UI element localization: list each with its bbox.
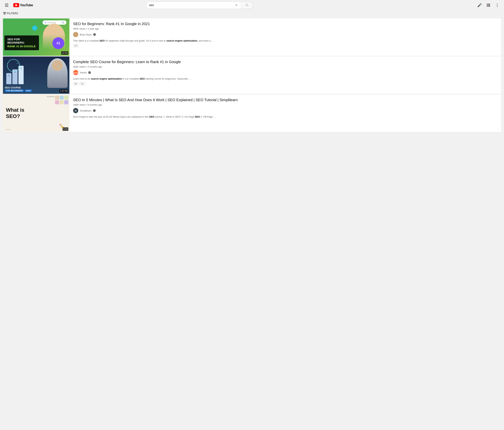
verified-icon-2: ✓: [88, 71, 91, 74]
channel-avatar-3[interactable]: H: [73, 108, 78, 113]
thumbnail-bg-1: G search bar 🔍 ← SEO FORBEGINNERS: RANK …: [3, 18, 69, 56]
cc-badge-1: CC: [73, 44, 79, 47]
youtube-logo-icon: [13, 3, 19, 7]
google-logo: G: [45, 21, 46, 24]
result-title-3[interactable]: SEO In 5 Minutes | What Is SEO And How D…: [73, 98, 497, 102]
logo[interactable]: YouTube: [13, 3, 33, 7]
thumbnail-2[interactable]: 3 2 1 → SEO COURSE FOR BEGINNERS tshirt: [3, 56, 69, 94]
channel-avatar-2[interactable]: ahrefs: [73, 70, 78, 75]
header: YouTube × 🎤 ⋮: [0, 0, 504, 10]
more-options-button[interactable]: ⋮: [494, 1, 501, 9]
avatar-img-3: H: [73, 108, 78, 113]
channel-name-1[interactable]: Brian Dean: [80, 33, 92, 36]
result-info-3: SEO In 5 Minutes | What Is SEO And How D…: [69, 95, 501, 132]
thumbnail-3[interactable]: simplilearn What isSEO? ✏️ ahrefs 5:14: [3, 95, 69, 132]
filters-bar: FILTERS: [0, 10, 504, 17]
microphone-icon: 🎤: [477, 3, 482, 7]
face: [52, 60, 63, 71]
result-meta-2: 282K views • 4 months ago: [73, 65, 497, 68]
dots-vertical-icon: ⋮: [495, 3, 499, 7]
thumbnail-1[interactable]: G search bar 🔍 ← SEO FORBEGINNERS: RANK …: [3, 18, 69, 56]
result-meta-3: 189K views • 9 months ago: [73, 103, 497, 106]
filters-label: FILTERS: [7, 12, 18, 15]
verified-icon-3: ✓: [93, 109, 96, 112]
search-bar: ×: [146, 1, 253, 9]
video-duration-3: 5:14: [63, 127, 68, 131]
4k-badge: 4K: [73, 82, 79, 85]
thumb3-main-text: What isSEO?: [6, 107, 24, 119]
channel-avatar-1[interactable]: [73, 32, 78, 37]
result-info-1: SEO for Beginners: Rank #1 In Google in …: [69, 18, 501, 56]
microphone-button[interactable]: 🎤: [476, 1, 483, 9]
result-badges-2: 4K CC: [73, 82, 497, 85]
channel-row-2: ahrefs Ahrefs ✓: [73, 70, 497, 75]
result-desc-2: Learn how to do search engine optimizati…: [73, 77, 497, 81]
search-input-wrapper: ×: [146, 1, 241, 9]
search-icon: [245, 3, 249, 7]
thumb3-icons: [55, 96, 68, 104]
filter-lines-icon: [3, 12, 6, 14]
result-card-3: simplilearn What isSEO? ✏️ ahrefs 5:14 S…: [3, 95, 501, 132]
video-duration-2: 1:57:03: [59, 89, 68, 93]
person-image-2: [47, 58, 68, 88]
ahrefs-ref: ahrefs: [6, 129, 10, 130]
avatar-img-1: [73, 32, 78, 37]
thumbnail-bg-3: simplilearn What isSEO? ✏️ ahrefs: [3, 95, 69, 132]
search-input[interactable]: [149, 3, 235, 7]
video-duration-1: 12:44: [61, 51, 68, 55]
search-button[interactable]: [241, 1, 253, 9]
apps-button[interactable]: [485, 1, 492, 9]
number-one-badge: #1: [53, 37, 64, 49]
verified-icon-1: ✓: [93, 33, 96, 36]
menu-button[interactable]: [3, 1, 10, 9]
logo-text: YouTube: [20, 3, 33, 7]
result-desc-1: This video is a complete SEO for beginne…: [73, 39, 497, 43]
result-meta-1: 485K views • 1 year ago: [73, 27, 497, 30]
avatar-svg-1: [73, 32, 78, 37]
result-info-2: Complete SEO Course for Beginners: Learn…: [69, 56, 501, 94]
svg-text:ahrefs: ahrefs: [73, 72, 78, 74]
clear-search-button[interactable]: ×: [235, 3, 238, 8]
channel-row-3: H Simplilearn ✓: [73, 108, 497, 113]
result-badges-1: CC: [73, 44, 497, 47]
header-right: 🎤 ⋮: [476, 1, 501, 9]
svg-text:H: H: [75, 109, 77, 112]
search-results: G search bar 🔍 ← SEO FORBEGINNERS: RANK …: [0, 17, 504, 134]
result-card-2: 3 2 1 → SEO COURSE FOR BEGINNERS tshirt: [3, 56, 501, 94]
simplilearn-avatar: H: [73, 108, 78, 113]
svg-point-1: [75, 33, 77, 35]
result-desc-3: Don't forget to take the quiz at 03:33! …: [73, 115, 497, 119]
result-title-1[interactable]: SEO for Beginners: Rank #1 In Google in …: [73, 21, 497, 26]
grid-icon: [487, 4, 490, 7]
channel-name-3[interactable]: Simplilearn: [80, 109, 91, 112]
header-left: YouTube: [3, 1, 33, 9]
result-card: G search bar 🔍 ← SEO FORBEGINNERS: RANK …: [3, 18, 501, 56]
channel-row-1: Brian Dean ✓: [73, 32, 497, 37]
thumbnail-bg-2: 3 2 1 → SEO COURSE FOR BEGINNERS tshirt: [3, 56, 69, 94]
channel-name-2[interactable]: Ahrefs: [80, 71, 87, 74]
back-arrow-icon: ←: [32, 26, 37, 31]
filters-button[interactable]: FILTERS: [3, 12, 18, 15]
cc-badge-2: CC: [80, 82, 85, 85]
ahrefs-avatar: ahrefs: [73, 70, 78, 75]
arrow-icon: →: [16, 61, 19, 65]
result-title-2[interactable]: Complete SEO Course for Beginners: Learn…: [73, 59, 497, 64]
thumb1-text-block: SEO FORBEGINNERS: RANK #1 IN GOOGLE: [4, 36, 39, 50]
avatar-img-2: ahrefs: [73, 70, 78, 75]
